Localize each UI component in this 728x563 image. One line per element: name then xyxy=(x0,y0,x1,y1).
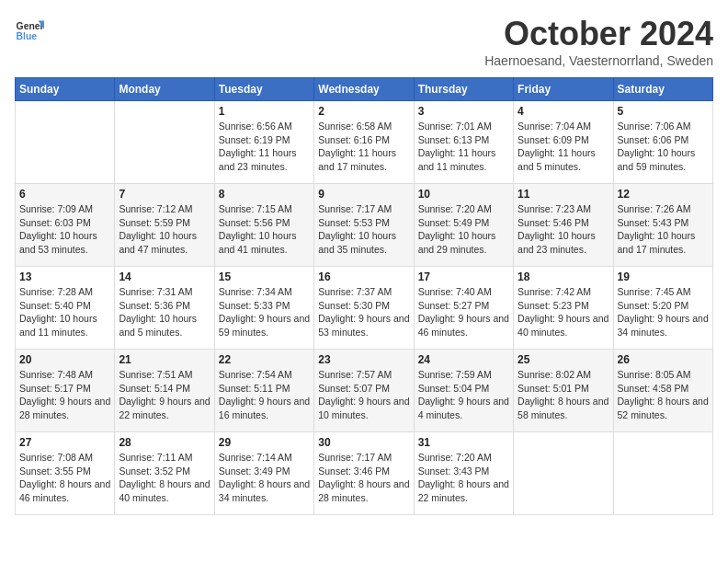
day-info: Sunrise: 7:37 AM Sunset: 5:30 PM Dayligh… xyxy=(318,285,409,339)
day-info: Sunrise: 7:40 AM Sunset: 5:27 PM Dayligh… xyxy=(418,285,509,339)
day-info: Sunrise: 6:58 AM Sunset: 6:16 PM Dayligh… xyxy=(318,120,409,174)
day-number: 7 xyxy=(119,188,210,201)
day-header-wednesday: Wednesday xyxy=(314,78,414,101)
day-info: Sunrise: 7:57 AM Sunset: 5:07 PM Dayligh… xyxy=(318,368,409,422)
calendar-cell: 6Sunrise: 7:09 AM Sunset: 6:03 PM Daylig… xyxy=(16,184,115,267)
calendar-week-1: 1Sunrise: 6:56 AM Sunset: 6:19 PM Daylig… xyxy=(16,101,713,184)
day-number: 3 xyxy=(418,105,509,118)
day-number: 5 xyxy=(618,105,709,118)
day-info: Sunrise: 7:51 AM Sunset: 5:14 PM Dayligh… xyxy=(119,368,210,422)
logo-icon: General Blue xyxy=(15,15,44,44)
calendar-cell: 11Sunrise: 7:23 AM Sunset: 5:46 PM Dayli… xyxy=(514,184,613,267)
calendar-cell: 9Sunrise: 7:17 AM Sunset: 5:53 PM Daylig… xyxy=(314,184,414,267)
day-number: 17 xyxy=(418,270,509,283)
day-info: Sunrise: 7:34 AM Sunset: 5:33 PM Dayligh… xyxy=(219,285,310,339)
calendar-cell xyxy=(613,432,712,515)
day-info: Sunrise: 7:42 AM Sunset: 5:23 PM Dayligh… xyxy=(518,285,609,339)
day-number: 25 xyxy=(518,353,609,366)
day-info: Sunrise: 7:54 AM Sunset: 5:11 PM Dayligh… xyxy=(219,368,310,422)
day-header-friday: Friday xyxy=(514,78,613,101)
calendar-cell: 10Sunrise: 7:20 AM Sunset: 5:49 PM Dayli… xyxy=(414,184,513,267)
calendar-cell xyxy=(514,432,613,515)
calendar-cell: 16Sunrise: 7:37 AM Sunset: 5:30 PM Dayli… xyxy=(314,267,414,350)
calendar-cell xyxy=(16,101,115,184)
calendar-cell: 19Sunrise: 7:45 AM Sunset: 5:20 PM Dayli… xyxy=(613,267,712,350)
calendar-cell: 24Sunrise: 7:59 AM Sunset: 5:04 PM Dayli… xyxy=(414,350,513,432)
day-info: Sunrise: 6:56 AM Sunset: 6:19 PM Dayligh… xyxy=(219,120,310,174)
calendar-cell: 20Sunrise: 7:48 AM Sunset: 5:17 PM Dayli… xyxy=(16,350,115,432)
day-info: Sunrise: 7:09 AM Sunset: 6:03 PM Dayligh… xyxy=(19,202,110,257)
day-number: 18 xyxy=(518,270,609,283)
calendar-week-5: 27Sunrise: 7:08 AM Sunset: 3:55 PM Dayli… xyxy=(16,432,713,515)
calendar-cell: 13Sunrise: 7:28 AM Sunset: 5:40 PM Dayli… xyxy=(16,267,115,350)
day-number: 26 xyxy=(618,353,709,366)
header: General Blue October 2024 Haernoesand, V… xyxy=(15,15,713,68)
day-headers-row: SundayMondayTuesdayWednesdayThursdayFrid… xyxy=(16,78,713,101)
day-info: Sunrise: 7:11 AM Sunset: 3:52 PM Dayligh… xyxy=(119,451,210,505)
calendar-cell: 2Sunrise: 6:58 AM Sunset: 6:16 PM Daylig… xyxy=(314,101,414,184)
svg-text:Blue: Blue xyxy=(17,31,38,41)
calendar-table: SundayMondayTuesdayWednesdayThursdayFrid… xyxy=(15,77,713,515)
location-subtitle: Haernoesand, Vaesternorrland, Sweden xyxy=(484,53,713,68)
day-info: Sunrise: 7:04 AM Sunset: 6:09 PM Dayligh… xyxy=(518,120,609,174)
day-info: Sunrise: 7:14 AM Sunset: 3:49 PM Dayligh… xyxy=(219,451,310,505)
day-number: 15 xyxy=(219,270,310,283)
day-header-thursday: Thursday xyxy=(414,78,513,101)
day-number: 24 xyxy=(418,353,509,366)
day-number: 28 xyxy=(119,436,210,449)
day-header-tuesday: Tuesday xyxy=(214,78,313,101)
calendar-cell: 7Sunrise: 7:12 AM Sunset: 5:59 PM Daylig… xyxy=(115,184,214,267)
day-number: 1 xyxy=(219,105,310,118)
calendar-cell: 15Sunrise: 7:34 AM Sunset: 5:33 PM Dayli… xyxy=(214,267,313,350)
calendar-cell: 4Sunrise: 7:04 AM Sunset: 6:09 PM Daylig… xyxy=(514,101,613,184)
day-number: 21 xyxy=(119,353,210,366)
day-number: 12 xyxy=(618,188,709,201)
month-title: October 2024 xyxy=(484,15,713,53)
day-info: Sunrise: 7:20 AM Sunset: 3:43 PM Dayligh… xyxy=(418,451,509,505)
day-number: 9 xyxy=(318,188,409,201)
day-number: 8 xyxy=(219,188,310,201)
day-number: 31 xyxy=(418,436,509,449)
calendar-cell: 12Sunrise: 7:26 AM Sunset: 5:43 PM Dayli… xyxy=(613,184,712,267)
day-number: 4 xyxy=(518,105,609,118)
day-info: Sunrise: 7:48 AM Sunset: 5:17 PM Dayligh… xyxy=(19,368,110,422)
day-number: 11 xyxy=(518,188,609,201)
day-number: 10 xyxy=(418,188,509,201)
calendar-cell: 22Sunrise: 7:54 AM Sunset: 5:11 PM Dayli… xyxy=(214,350,313,432)
calendar-cell: 21Sunrise: 7:51 AM Sunset: 5:14 PM Dayli… xyxy=(115,350,214,432)
day-info: Sunrise: 7:20 AM Sunset: 5:49 PM Dayligh… xyxy=(418,202,509,257)
day-info: Sunrise: 7:26 AM Sunset: 5:43 PM Dayligh… xyxy=(618,202,709,257)
logo: General Blue xyxy=(15,15,44,44)
day-info: Sunrise: 7:59 AM Sunset: 5:04 PM Dayligh… xyxy=(418,368,509,422)
calendar-cell: 28Sunrise: 7:11 AM Sunset: 3:52 PM Dayli… xyxy=(115,432,214,515)
calendar-cell: 29Sunrise: 7:14 AM Sunset: 3:49 PM Dayli… xyxy=(214,432,313,515)
day-info: Sunrise: 7:15 AM Sunset: 5:56 PM Dayligh… xyxy=(219,202,310,257)
calendar-cell: 27Sunrise: 7:08 AM Sunset: 3:55 PM Dayli… xyxy=(16,432,115,515)
day-number: 16 xyxy=(318,270,409,283)
calendar-week-4: 20Sunrise: 7:48 AM Sunset: 5:17 PM Dayli… xyxy=(16,350,713,432)
day-info: Sunrise: 7:17 AM Sunset: 3:46 PM Dayligh… xyxy=(318,451,409,505)
day-info: Sunrise: 8:02 AM Sunset: 5:01 PM Dayligh… xyxy=(518,368,609,422)
day-number: 30 xyxy=(318,436,409,449)
calendar-week-3: 13Sunrise: 7:28 AM Sunset: 5:40 PM Dayli… xyxy=(16,267,713,350)
day-number: 27 xyxy=(19,436,110,449)
day-number: 6 xyxy=(19,188,110,201)
day-number: 22 xyxy=(219,353,310,366)
day-number: 23 xyxy=(318,353,409,366)
day-number: 29 xyxy=(219,436,310,449)
calendar-cell: 26Sunrise: 8:05 AM Sunset: 4:58 PM Dayli… xyxy=(613,350,712,432)
calendar-cell: 18Sunrise: 7:42 AM Sunset: 5:23 PM Dayli… xyxy=(514,267,613,350)
calendar-cell: 30Sunrise: 7:17 AM Sunset: 3:46 PM Dayli… xyxy=(314,432,414,515)
day-info: Sunrise: 7:31 AM Sunset: 5:36 PM Dayligh… xyxy=(119,285,210,339)
day-info: Sunrise: 7:01 AM Sunset: 6:13 PM Dayligh… xyxy=(418,120,509,174)
day-header-sunday: Sunday xyxy=(16,78,115,101)
calendar-cell: 8Sunrise: 7:15 AM Sunset: 5:56 PM Daylig… xyxy=(214,184,313,267)
day-number: 14 xyxy=(119,270,210,283)
day-header-saturday: Saturday xyxy=(613,78,712,101)
day-info: Sunrise: 7:08 AM Sunset: 3:55 PM Dayligh… xyxy=(19,451,110,505)
calendar-cell: 3Sunrise: 7:01 AM Sunset: 6:13 PM Daylig… xyxy=(414,101,513,184)
day-info: Sunrise: 7:23 AM Sunset: 5:46 PM Dayligh… xyxy=(518,202,609,257)
day-info: Sunrise: 7:06 AM Sunset: 6:06 PM Dayligh… xyxy=(618,120,709,174)
day-info: Sunrise: 7:17 AM Sunset: 5:53 PM Dayligh… xyxy=(318,202,409,257)
day-info: Sunrise: 7:45 AM Sunset: 5:20 PM Dayligh… xyxy=(618,285,709,339)
